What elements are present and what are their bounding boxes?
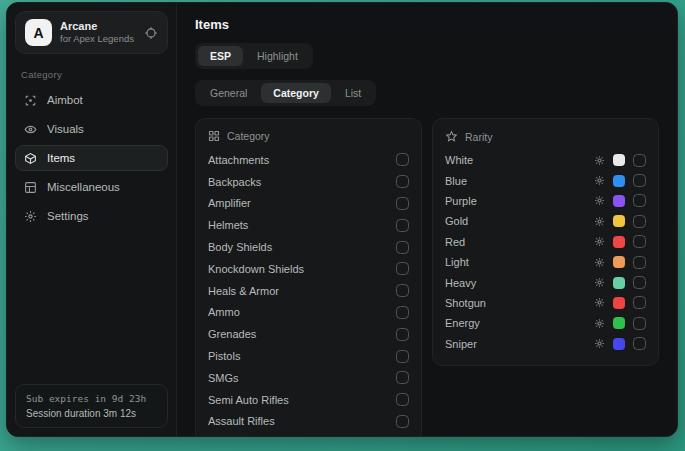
sidebar-nav: Aimbot Visuals Items Miscellaneous [15, 87, 168, 229]
tab-highlight[interactable]: Highlight [245, 46, 310, 66]
category-checkbox[interactable] [396, 415, 409, 428]
category-row: Attachments [208, 149, 409, 171]
gear-icon[interactable] [594, 297, 605, 308]
category-row: Pistols [208, 345, 409, 367]
rarity-row: Shotgun [445, 293, 646, 313]
gear-icon[interactable] [594, 155, 605, 166]
category-checkbox[interactable] [396, 284, 409, 297]
color-swatch[interactable] [613, 338, 625, 350]
color-swatch[interactable] [613, 236, 625, 248]
category-checkbox[interactable] [396, 197, 409, 210]
rarity-checkbox[interactable] [633, 215, 646, 228]
category-checkbox[interactable] [396, 350, 409, 363]
color-swatch[interactable] [613, 215, 625, 227]
rarity-row: White [445, 150, 646, 170]
gear-icon[interactable] [594, 216, 605, 227]
gear-icon[interactable] [594, 236, 605, 247]
brand-subtitle: for Apex Legends [60, 33, 136, 45]
rarity-checkbox[interactable] [633, 296, 646, 309]
color-swatch[interactable] [613, 297, 625, 309]
rarity-checkbox[interactable] [633, 337, 646, 350]
rarity-checkbox[interactable] [633, 256, 646, 269]
rarity-checkbox[interactable] [633, 235, 646, 248]
category-row: Body Shields [208, 236, 409, 258]
main-content: Items ESP Highlight General Category Lis… [177, 3, 677, 436]
sidebar-item-miscellaneous[interactable]: Miscellaneous [15, 174, 168, 200]
sidebar-item-settings[interactable]: Settings [15, 203, 168, 229]
color-swatch[interactable] [613, 317, 625, 329]
color-swatch[interactable] [613, 195, 625, 207]
category-checkbox[interactable] [396, 219, 409, 232]
category-checkbox[interactable] [396, 371, 409, 384]
gear-icon[interactable] [594, 195, 605, 206]
eye-icon [24, 123, 37, 136]
gear-icon [24, 210, 37, 223]
category-checkbox[interactable] [396, 328, 409, 341]
gear-icon[interactable] [594, 318, 605, 329]
brand-name: Arcane [60, 20, 136, 34]
gear-icon[interactable] [594, 175, 605, 186]
rarity-label: Heavy [445, 277, 476, 289]
category-checkbox[interactable] [396, 175, 409, 188]
category-checkbox[interactable] [396, 241, 409, 254]
layout-icon [24, 181, 37, 194]
category-label: Amplifier [208, 197, 251, 209]
gear-icon[interactable] [594, 257, 605, 268]
sidebar-item-visuals[interactable]: Visuals [15, 116, 168, 142]
category-label: Ammo [208, 306, 240, 318]
rarity-checkbox[interactable] [633, 194, 646, 207]
rarity-checkbox[interactable] [633, 154, 646, 167]
category-label: Assault Rifles [208, 415, 275, 427]
category-row: SMGs [208, 367, 409, 389]
sidebar-item-label: Visuals [47, 123, 84, 135]
sub-expires-text: Sub expires in 9d 23h [26, 393, 157, 404]
tab-general[interactable]: General [198, 83, 259, 103]
category-row: Ammo [208, 302, 409, 324]
color-swatch[interactable] [613, 277, 625, 289]
category-label: Helmets [208, 219, 248, 231]
category-row: Helmets [208, 214, 409, 236]
subscription-info: Sub expires in 9d 23h Session duration 3… [15, 384, 168, 428]
category-checkbox[interactable] [396, 262, 409, 275]
app-window: A Arcane for Apex Legends Category Aimbo… [6, 2, 678, 437]
category-label: Knockdown Shields [208, 263, 304, 275]
category-label: Grenades [208, 328, 256, 340]
crosshair-icon[interactable] [144, 26, 158, 40]
session-duration-text: Session duration 3m 12s [26, 408, 157, 419]
tab-category[interactable]: Category [261, 83, 331, 103]
grid-icon [208, 130, 220, 142]
category-label: SMGs [208, 372, 239, 384]
sidebar-item-label: Settings [47, 210, 89, 222]
category-panel-title: Category [227, 130, 270, 142]
sidebar-item-aimbot[interactable]: Aimbot [15, 87, 168, 113]
color-swatch[interactable] [613, 256, 625, 268]
category-checkbox[interactable] [396, 306, 409, 319]
category-label: Pistols [208, 350, 240, 362]
category-row: Amplifier [208, 193, 409, 215]
tab-esp[interactable]: ESP [198, 46, 243, 66]
page-title: Items [195, 17, 659, 32]
rarity-checkbox[interactable] [633, 174, 646, 187]
category-row: Grenades [208, 323, 409, 345]
gear-icon[interactable] [594, 277, 605, 288]
sidebar-item-items[interactable]: Items [15, 145, 168, 171]
sidebar-section-label: Category [21, 69, 162, 80]
view-tabs: General Category List [195, 80, 376, 106]
rarity-panel-title: Rarity [465, 131, 492, 143]
rarity-label: Gold [445, 215, 468, 227]
color-swatch[interactable] [613, 154, 625, 166]
category-label: Heals & Armor [208, 285, 279, 297]
category-checkbox[interactable] [396, 153, 409, 166]
rarity-checkbox[interactable] [633, 317, 646, 330]
box-icon [24, 152, 37, 165]
mode-tabs: ESP Highlight [195, 43, 313, 69]
rarity-label: Light [445, 256, 469, 268]
gear-icon[interactable] [594, 338, 605, 349]
category-checkbox[interactable] [396, 393, 409, 406]
rarity-row: Light [445, 252, 646, 272]
rarity-label: Shotgun [445, 297, 486, 309]
brand-logo: A [25, 19, 52, 46]
tab-list[interactable]: List [333, 83, 373, 103]
color-swatch[interactable] [613, 175, 625, 187]
rarity-checkbox[interactable] [633, 276, 646, 289]
